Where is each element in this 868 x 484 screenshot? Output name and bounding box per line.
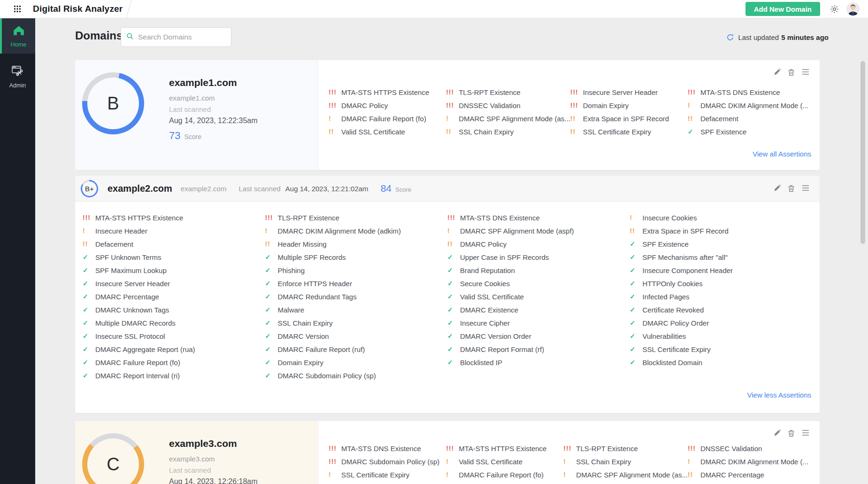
assertion-item: !DMARC DKIM Alignment Mode (adkim) — [265, 224, 448, 237]
add-new-domain-button[interactable]: Add New Domain — [745, 2, 820, 16]
vertical-scrollbar-thumb[interactable] — [860, 61, 865, 244]
severity-low-icon: ! — [329, 471, 341, 478]
severity-med-icon: !! — [446, 128, 459, 135]
user-avatar[interactable] — [846, 2, 860, 16]
assertion-label: MTA-STS HTTPS Existence — [341, 88, 429, 96]
assertions-grid: !!!MTA-STS DNS Existence!!!DMARC Subdoma… — [329, 442, 808, 481]
refresh-icon[interactable] — [726, 33, 734, 41]
severity-high-icon: !!! — [688, 88, 700, 96]
severity-ok-icon: ✓ — [83, 293, 95, 300]
assertion-item: !DMARC SPF Alignment Mode (as... — [563, 468, 688, 481]
severity-ok-icon: ✓ — [630, 306, 643, 313]
assertion-item: ✓DMARC Redundant Tags — [265, 290, 448, 303]
assertion-item: !!!DNSSEC Validation — [446, 99, 570, 112]
assertion-label: MTA-STS DNS Existence — [460, 214, 540, 222]
assertion-label: TLS-RPT Existence — [576, 445, 638, 453]
severity-low-icon: ! — [265, 227, 278, 234]
last-updated: Last updated 5 minutes ago — [726, 33, 829, 41]
severity-ok-icon: ✓ — [447, 280, 460, 287]
assertion-item: !!!MTA-STS HTTPS Existence — [446, 442, 563, 455]
home-icon — [13, 25, 25, 38]
delete-trash-icon[interactable] — [788, 69, 795, 76]
assertion-column: !!!TLS-RPT Existence!SSL Chain Expiry!DM… — [563, 442, 688, 481]
severity-ok-icon: ✓ — [630, 359, 643, 366]
assertion-item: !!!MTA-STS DNS Existence — [329, 442, 446, 455]
domain-title: example2.com — [108, 183, 172, 194]
view-less-assertions-link[interactable]: View less Assertions — [747, 391, 811, 399]
severity-high-icon: !!! — [329, 88, 341, 96]
settings-gear-icon[interactable] — [829, 3, 840, 15]
card-menu-icon[interactable] — [802, 69, 809, 76]
assertion-label: TLS-RPT Existence — [459, 88, 520, 96]
assertion-item: !!!TLS-RPT Existence — [265, 211, 448, 224]
assertion-label: DMARC Existence — [460, 306, 518, 314]
assertion-item: ✓DMARC Failure Report (fo) — [83, 356, 265, 369]
assertion-item: ✓Brand Reputation — [447, 264, 630, 277]
assertion-item: !!!Domain Expiry — [570, 99, 688, 112]
edit-pencil-icon[interactable] — [774, 429, 781, 437]
severity-high-icon: !!! — [563, 445, 576, 452]
sidebar-item-admin[interactable]: Admin — [0, 58, 35, 94]
assertion-label: SSL Certificate Expiry — [643, 345, 711, 353]
severity-ok-icon: ✓ — [447, 253, 460, 261]
assertion-label: DMARC Unknown Tags — [95, 306, 169, 314]
severity-low-icon: ! — [83, 227, 95, 234]
grade-letter: B+ — [85, 185, 94, 193]
assertion-label: Blocklisted Domain — [643, 359, 703, 367]
assertion-label: DMARC Subdomain Policy (sp) — [278, 372, 376, 380]
last-scanned-label: Last scanned — [169, 105, 258, 113]
assertion-item: !!!MTA-STS HTTPS Existence — [329, 86, 446, 99]
assertion-label: DMARC Policy — [460, 240, 507, 248]
card-actions — [774, 429, 809, 437]
assertion-label: MTA-STS DNS Existence — [341, 445, 421, 453]
severity-low-icon: ! — [446, 458, 459, 465]
assertion-label: DMARC SPF Alignment Mode (as... — [576, 471, 688, 479]
search-input[interactable] — [138, 33, 223, 41]
last-scanned-date: Aug 14, 2023, 12:21:02am — [285, 185, 369, 193]
assertion-item: ✓SPF Maximum Lookup — [83, 264, 265, 277]
assertion-label: DMARC Aggregate Report (rua) — [95, 345, 195, 353]
assertion-item: !DMARC DKIM Alignment Mode (... — [688, 99, 808, 112]
card-menu-icon[interactable] — [802, 185, 809, 192]
app-grid-icon[interactable] — [12, 4, 23, 14]
delete-trash-icon[interactable] — [788, 185, 795, 192]
assertion-item: !!Defacement — [688, 112, 808, 125]
assertion-label: SSL Chain Expiry — [459, 128, 514, 136]
assertion-label: TLS-RPT Existence — [278, 214, 339, 222]
assertion-item: !!Defacement — [83, 237, 265, 250]
edit-pencil-icon[interactable] — [774, 185, 781, 192]
assertion-label: MTA-STS HTTPS Existence — [459, 445, 546, 453]
assertion-item: ✓Blocklisted IP — [447, 356, 630, 369]
assertion-label: SPF Existence — [700, 128, 746, 136]
assertion-item: !!SSL Certificate Expiry — [570, 125, 688, 138]
assertion-label: Phishing — [278, 266, 305, 274]
assertion-label: Extra Space in SPF Record — [583, 115, 669, 123]
severity-high-icon: !!! — [446, 445, 459, 452]
assertion-label: Insecure Cookies — [643, 214, 697, 222]
last-scanned-date: Aug 14, 2023, 12:26:18am — [169, 477, 258, 484]
assertion-label: Multiple DMARC Records — [95, 319, 176, 327]
severity-low-icon: ! — [447, 227, 460, 234]
assertion-item: ✓DMARC Percentage — [83, 290, 265, 303]
grade-letter: B — [107, 94, 119, 114]
assertion-item: !!SSL Chain Expiry — [446, 125, 570, 138]
view-all-assertions-link[interactable]: View all Assertions — [753, 150, 811, 158]
severity-med-icon: !! — [630, 227, 643, 234]
assertion-item: ✓Phishing — [265, 264, 448, 277]
assertion-item: !!!Insecure Server Header — [570, 86, 688, 99]
edit-pencil-icon[interactable] — [774, 69, 781, 76]
assertion-item: ✓DMARC Report Interval (ri) — [83, 369, 265, 382]
card-menu-icon[interactable] — [802, 429, 809, 437]
severity-ok-icon: ✓ — [265, 293, 278, 300]
assertion-item: ✓Malware — [265, 303, 448, 316]
severity-low-icon: ! — [630, 214, 643, 221]
delete-trash-icon[interactable] — [788, 429, 795, 437]
assertion-label: SSL Chain Expiry — [278, 319, 333, 327]
assertion-label: DMARC DKIM Alignment Mode (... — [700, 101, 808, 109]
assertion-label: DMARC Percentage — [700, 471, 764, 479]
severity-ok-icon: ✓ — [447, 306, 460, 313]
severity-high-icon: !!! — [570, 101, 583, 109]
sidebar-item-home[interactable]: Home — [0, 18, 35, 54]
last-updated-value: 5 minutes ago — [781, 33, 829, 41]
severity-ok-icon: ✓ — [265, 332, 278, 340]
